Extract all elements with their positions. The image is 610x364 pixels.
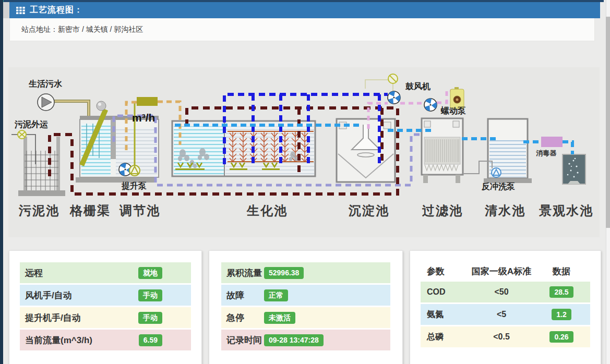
value-badge: 1.2	[552, 309, 571, 320]
tank-label-regulation: 调节池	[119, 203, 160, 217]
status-badge: 未激活	[264, 312, 295, 324]
column-header: 国家一级A标准	[470, 265, 533, 277]
table-row: 故障 正常	[221, 285, 390, 306]
status-badge: 52996.38	[264, 267, 304, 279]
table-row: 氨氮 <5 1.2	[421, 304, 590, 325]
status-badge: 就地	[138, 267, 162, 279]
page-header: 工艺流程图：	[9, 2, 600, 18]
value-badge: 28.5	[549, 286, 573, 298]
disinfector-unit	[541, 137, 563, 147]
param-standard: <5	[470, 310, 533, 319]
param-name: COD	[421, 287, 470, 297]
label-disinfector: 消毒器	[536, 149, 557, 157]
row-label: 远程	[25, 267, 138, 279]
row-label: 风机手/自动	[25, 289, 138, 301]
sludge-valve-icon	[18, 130, 26, 139]
tank-cleanwater	[484, 119, 532, 183]
backwash-pump-icon	[492, 168, 501, 177]
table-row: 远程 就地	[20, 262, 191, 283]
param-name: 总磷	[421, 332, 470, 343]
screw-pump-fan-icon	[424, 99, 438, 113]
label-sewage: 生活污水	[28, 79, 63, 88]
table-row: 当前流量(m^3/h) 6.59	[20, 330, 191, 350]
tank-sludge	[18, 137, 65, 196]
screw-pump-unit	[450, 87, 464, 108]
lift-pump-icon	[129, 165, 140, 176]
scrollbar-thumb[interactable]	[606, 17, 610, 228]
page-title: 工艺流程图：	[30, 5, 83, 16]
quality-table: 参数 国家一级A标准 数据 COD <50 28.5 氨氮 <5 1.2 总磷 …	[421, 262, 590, 347]
process-flow-diagram: 生活污水 污泥外运 m³/h 提升泵 鼓风机 螺动泵 反冲洗泵 消毒器 污泥池 …	[8, 67, 600, 237]
flow-meter	[137, 97, 158, 106]
column-header: 参数	[421, 265, 470, 277]
blower-fan-icon	[388, 91, 402, 105]
param-standard: <50	[470, 287, 533, 297]
param-name: 氨氮	[421, 309, 470, 320]
tank-label-biochemical: 生化池	[246, 203, 288, 217]
control-mode-card: 远程 就地 风机手/自动 手动 提升机手/自动 手动 当前流量(m^3/h) 6…	[9, 250, 202, 364]
sewage-pump-icon	[38, 94, 54, 111]
row-label: 记录时间	[226, 334, 264, 346]
breadcrumb: 站点地址：新密市 / 城关镇 / 郭沟社区	[21, 25, 143, 34]
label-screw-pump: 螺动泵	[440, 106, 466, 115]
quality-header-row: 参数 国家一级A标准 数据	[421, 262, 590, 280]
label-blower: 鼓风机	[405, 82, 430, 91]
label-lift-pump: 提升泵	[121, 181, 147, 190]
column-header: 数据	[533, 265, 590, 277]
pipe-sewage-inlet	[54, 101, 89, 116]
table-row: COD <50 28.5	[421, 282, 590, 302]
status-badge: 6.59	[139, 334, 162, 346]
table-row: 提升机手/自动 手动	[20, 307, 191, 328]
label-flow-unit: m³/h	[132, 112, 155, 124]
status-badge: 手动	[138, 312, 162, 324]
label-sludge-out: 污泥外运	[14, 120, 49, 129]
table-row: 急停 未激活	[221, 307, 390, 328]
left-border-strip	[0, 0, 3, 364]
tank-landscape	[563, 154, 585, 184]
header-gutter	[3, 2, 9, 18]
flow-diagram-svg: 生活污水 污泥外运 m³/h 提升泵 鼓风机 螺动泵 反冲洗泵 消毒器 污泥池 …	[8, 67, 600, 237]
water-quality-card: 参数 国家一级A标准 数据 COD <50 28.5 氨氮 <5 1.2 总磷 …	[410, 250, 601, 364]
row-label: 急停	[226, 312, 264, 324]
blower-valve-icon	[388, 74, 398, 83]
runtime-status-card: 累积流量 52996.38 故障 正常 急停 未激活 记录时间 09-28 13…	[209, 250, 403, 364]
table-row: 风机手/自动 手动	[20, 285, 191, 306]
table-row: 累积流量 52996.38	[221, 262, 390, 283]
row-label: 提升机手/自动	[25, 312, 138, 324]
row-label: 累积流量	[226, 267, 264, 279]
tank-label-cleanwater: 清水池	[484, 203, 525, 217]
rake-motor-ball	[97, 101, 106, 111]
tank-filter	[422, 118, 463, 183]
tank-biochemical	[172, 121, 315, 176]
table-row: 记录时间 09-28 13:47:28	[221, 330, 390, 350]
row-label: 故障	[226, 289, 264, 301]
tank-label-sedimentation: 沉淀池	[348, 203, 389, 217]
label-backwash-pump: 反冲洗泵	[481, 182, 515, 191]
status-badge: 09-28 13:47:28	[264, 334, 324, 346]
grid-icon	[16, 6, 25, 15]
tank-label-landscape: 景观水池	[539, 203, 593, 217]
tank-label-grate: 格栅渠	[69, 203, 111, 217]
table-row: 总磷 <0.5 0.26	[421, 326, 590, 347]
status-badge: 正常	[264, 289, 288, 301]
status-table: 累积流量 52996.38 故障 正常 急停 未激活 记录时间 09-28 13…	[221, 262, 390, 350]
tank-label-sludge: 污泥池	[18, 203, 59, 217]
breadcrumb-panel: 站点地址：新密市 / 城关镇 / 郭沟社区	[9, 18, 595, 41]
row-label: 当前流量(m^3/h)	[25, 334, 139, 346]
tank-label-filter: 过滤池	[422, 203, 463, 217]
control-table: 远程 就地 风机手/自动 手动 提升机手/自动 手动 当前流量(m^3/h) 6…	[20, 262, 191, 350]
tank-sedimentation	[337, 119, 395, 182]
param-standard: <0.5	[470, 332, 533, 342]
status-badge: 手动	[138, 289, 162, 301]
value-badge: 0.26	[549, 331, 573, 343]
